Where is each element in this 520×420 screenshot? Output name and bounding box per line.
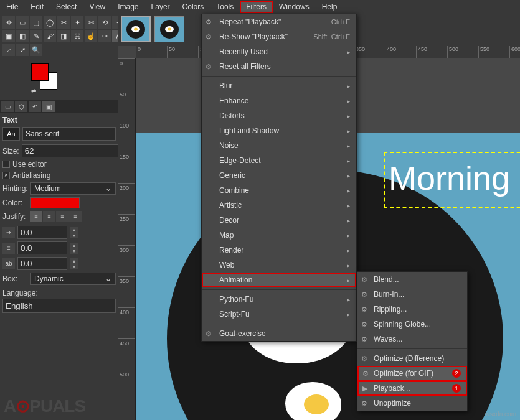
justify-right-button[interactable]: ≡ — [43, 211, 55, 222]
tool-crop[interactable]: ✄ — [85, 16, 97, 29]
menu-separator — [357, 348, 467, 349]
justify-fill-button[interactable]: ≡ — [69, 211, 82, 222]
letter-spacing-icon: ab — [2, 258, 15, 269]
hinting-select[interactable]: Medium⌄ — [30, 182, 116, 195]
tool-picker[interactable]: ⟋ — [2, 44, 15, 56]
menu-colors[interactable]: Colors — [176, 1, 210, 13]
letter-spacing-input[interactable] — [17, 257, 67, 270]
menu-edge-detect[interactable]: Edge-Detect▸ — [202, 153, 356, 168]
tool-fuzzy-select[interactable]: ✦ — [71, 16, 83, 29]
font-preview-icon[interactable]: Aa — [2, 127, 20, 141]
size-input[interactable] — [22, 144, 133, 157]
menu-render[interactable]: Render▸ — [202, 243, 356, 258]
box-select[interactable]: Dynamic⌄ — [30, 273, 116, 285]
menu-script-fu[interactable]: Script-Fu▸ — [202, 307, 356, 322]
justify-left-button[interactable]: ≡ — [30, 211, 42, 222]
tool-transform[interactable]: ⟲ — [98, 16, 111, 29]
menu-python-fu[interactable]: Python-Fu▸ — [202, 292, 356, 307]
submenu-playback[interactable]: ▶Playback...1 — [357, 381, 467, 396]
tool-move[interactable]: ✥ — [2, 16, 15, 29]
menu-animation[interactable]: Animation▸ — [202, 273, 356, 287]
menu-noise[interactable]: Noise▸ — [202, 138, 356, 153]
justify-center-button[interactable]: ≡ — [56, 211, 69, 222]
indent-spinner[interactable]: ▴▾ — [70, 227, 78, 238]
submenu-optimize-gif[interactable]: ⚙Optimize (for GIF)2 — [357, 366, 467, 381]
menu-help[interactable]: Help — [316, 1, 344, 13]
gear-icon: ⚙ — [361, 320, 367, 329]
tool-brush[interactable]: 🖌 — [44, 30, 56, 42]
menu-goat[interactable]: ⚙Goat-exercise — [202, 326, 356, 341]
gear-icon: ⚙ — [206, 330, 212, 338]
menu-filters[interactable]: Filters — [240, 1, 273, 13]
chevron-right-icon: ▸ — [347, 296, 350, 303]
tool-align[interactable]: ▭ — [16, 16, 29, 29]
submenu-rippling[interactable]: ⚙Rippling... — [357, 302, 467, 317]
submenu-optimize-diff[interactable]: ⚙Optimize (Difference) — [357, 351, 467, 366]
menu-enhance[interactable]: Enhance▸ — [202, 93, 356, 108]
letter-spinner[interactable]: ▴▾ — [70, 258, 78, 269]
fg-color-swatch[interactable] — [31, 63, 49, 81]
tab-tool-options[interactable]: ▭ — [1, 101, 14, 112]
line-spinner[interactable]: ▴▾ — [70, 243, 78, 254]
menu-view[interactable]: View — [83, 1, 111, 13]
tool-free-select[interactable]: ✂ — [57, 16, 70, 29]
menu-select[interactable]: Select — [50, 1, 83, 13]
indent-input[interactable] — [17, 226, 67, 239]
menu-web[interactable]: Web▸ — [202, 258, 356, 273]
tool-gradient[interactable]: ◧ — [16, 30, 29, 42]
menu-combine[interactable]: Combine▸ — [202, 183, 356, 198]
tool-smudge[interactable]: ☝ — [85, 30, 97, 42]
annotation-badge-1: 1 — [452, 384, 461, 393]
use-editor-checkbox[interactable] — [2, 161, 10, 168]
line-spacing-input[interactable] — [17, 241, 67, 254]
submenu-unoptimize[interactable]: ⚙Unoptimize — [357, 396, 467, 411]
tab-undo[interactable]: ↶ — [29, 101, 41, 112]
antialiasing-checkbox[interactable] — [2, 172, 10, 179]
text-layer-selection[interactable]: Morning — [384, 152, 520, 208]
tool-ellipse-select[interactable]: ◯ — [44, 16, 56, 29]
tool-rect-select[interactable]: ▢ — [30, 16, 42, 29]
swap-colors-icon[interactable]: ⇄ — [31, 88, 36, 95]
menu-repeat[interactable]: ⚙Repeat "Playback"Ctrl+F — [202, 14, 356, 29]
chevron-right-icon: ▸ — [347, 247, 350, 254]
menu-reset-filters[interactable]: ⚙Reset all Filters — [202, 59, 356, 74]
image-tab-1[interactable] — [121, 16, 151, 42]
menu-blur[interactable]: Blur▸ — [202, 78, 356, 93]
submenu-waves[interactable]: ⚙Waves... — [357, 332, 467, 347]
menu-light-shadow[interactable]: Light and Shadow▸ — [202, 123, 356, 138]
tool-eraser[interactable]: ◨ — [57, 30, 70, 42]
menu-layer[interactable]: Layer — [145, 1, 176, 13]
menu-image[interactable]: Image — [111, 1, 144, 13]
menu-windows[interactable]: Windows — [273, 1, 316, 13]
tool-zoom[interactable]: 🔍 — [30, 44, 42, 56]
chevron-right-icon: ▸ — [347, 142, 350, 149]
tool-clone[interactable]: ⌘ — [71, 30, 83, 42]
menu-generic[interactable]: Generic▸ — [202, 168, 356, 183]
chevron-right-icon: ▸ — [347, 187, 350, 194]
menu-artistic[interactable]: Artistic▸ — [202, 198, 356, 213]
box-label: Box: — [2, 274, 27, 283]
color-swatches: ⇄ — [31, 63, 69, 95]
image-tab-2[interactable] — [154, 16, 184, 42]
tab-images[interactable]: ▣ — [42, 101, 55, 112]
menu-distorts[interactable]: Distorts▸ — [202, 108, 356, 123]
menu-decor[interactable]: Decor▸ — [202, 213, 356, 228]
tool-measure[interactable]: ⤢ — [16, 44, 29, 56]
line-spacing-icon: ≡ — [2, 243, 15, 254]
font-name-input[interactable]: Sans-serif — [22, 127, 116, 141]
tool-path[interactable]: ✑ — [98, 30, 111, 42]
menu-recent[interactable]: Recently Used▸ — [202, 44, 356, 59]
language-input[interactable] — [2, 299, 116, 313]
menu-edit[interactable]: Edit — [24, 1, 50, 13]
submenu-spinning-globe[interactable]: ⚙Spinning Globe... — [357, 317, 467, 332]
submenu-blend[interactable]: ⚙Blend... — [357, 272, 467, 287]
menu-file[interactable]: File — [0, 1, 24, 13]
menu-reshow[interactable]: ⚙Re-Show "Playback"Shift+Ctrl+F — [202, 29, 356, 44]
tab-device[interactable]: ⬡ — [15, 101, 27, 112]
submenu-burnin[interactable]: ⚙Burn-In... — [357, 287, 467, 302]
menu-tools[interactable]: Tools — [210, 1, 240, 13]
text-color-button[interactable] — [30, 197, 80, 208]
tool-bucket[interactable]: ▣ — [2, 30, 15, 42]
tool-pencil[interactable]: ✎ — [30, 30, 42, 42]
menu-map[interactable]: Map▸ — [202, 228, 356, 243]
